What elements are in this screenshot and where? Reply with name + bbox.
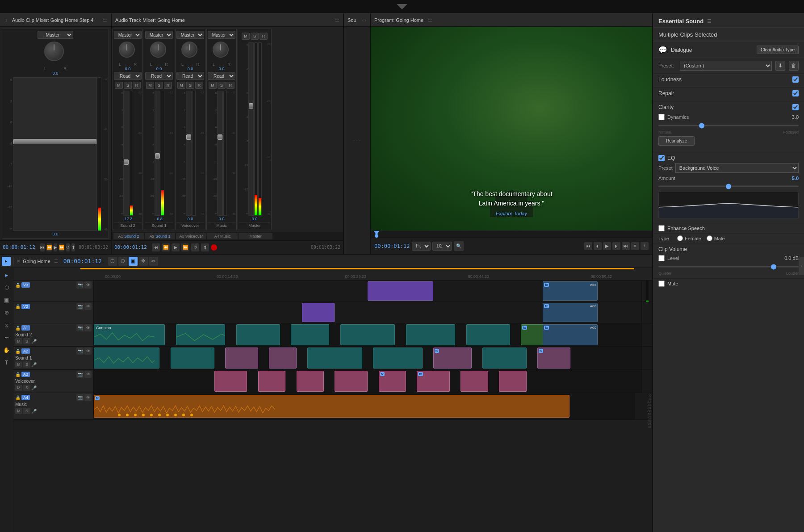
source-prev-arrow[interactable]: ‹	[362, 17, 364, 23]
a1-clip-5[interactable]	[340, 324, 395, 345]
a4-track-m[interactable]: M	[15, 408, 22, 414]
a4-s-btn[interactable]: S	[218, 82, 226, 89]
a2-s-btn[interactable]: S	[155, 82, 163, 89]
a4-master-select[interactable]: Master	[208, 31, 235, 39]
a2-lock[interactable]: 🔒	[15, 349, 21, 354]
a1-m-btn[interactable]: M	[115, 82, 123, 89]
a3-track-m[interactable]: M	[15, 385, 22, 391]
track-skip-back[interactable]: ⏮	[152, 243, 160, 251]
prog-step-back[interactable]: ⏴	[594, 242, 602, 250]
a4-track-cam[interactable]: 📷	[76, 394, 84, 401]
expand-arrow[interactable]: ›	[4, 15, 9, 25]
transport-step-back[interactable]: ⏪	[46, 243, 52, 251]
a4-lock[interactable]: 🔒	[15, 395, 21, 400]
a3-track-s[interactable]: S	[23, 385, 30, 391]
right-edge-arrow[interactable]: ›	[799, 257, 804, 275]
video-cta[interactable]: Explore Today	[470, 210, 552, 218]
loudness-checkbox[interactable]	[792, 76, 799, 83]
transport-step-fwd[interactable]: ⏩	[59, 243, 64, 251]
clear-audio-type-btn[interactable]: Clear Audio Type	[757, 46, 799, 54]
male-radio[interactable]	[707, 235, 712, 241]
a1-track-cam[interactable]: 📷	[76, 324, 84, 331]
a2-clip-5[interactable]	[482, 348, 526, 369]
a2-clip-pink3[interactable]: fx	[433, 348, 472, 369]
transport-skip-back[interactable]: ⏮	[40, 243, 45, 251]
a3-clip-3[interactable]	[297, 371, 324, 392]
es-preset-delete[interactable]: 🗑	[789, 61, 799, 71]
master-fader[interactable]	[248, 42, 254, 216]
es-preset-select[interactable]: (Custom)	[680, 61, 772, 71]
v3-content[interactable]: fx Ado	[94, 281, 641, 302]
prog-skip-fwd[interactable]: ⏭	[622, 242, 630, 250]
vt-select[interactable]: ▣	[1, 295, 12, 306]
a1-lock[interactable]: 🔒	[15, 326, 21, 331]
level-checkbox[interactable]	[658, 255, 665, 261]
scale-select[interactable]: 1/2	[432, 242, 452, 251]
es-preset-download[interactable]: ⬇	[775, 61, 785, 71]
v3-eye[interactable]: 👁	[84, 281, 92, 289]
v3-camera[interactable]: 📷	[76, 281, 84, 289]
reanalyze-btn[interactable]: Reanalyze	[658, 136, 695, 146]
a2-clip-2[interactable]	[171, 348, 214, 369]
a2-fader[interactable]	[155, 91, 160, 216]
a2-track-s[interactable]: S	[23, 361, 30, 368]
a1-track-s[interactable]: S	[23, 338, 30, 344]
tl-track-select[interactable]: ▣	[129, 257, 138, 266]
vt-edit[interactable]: ⬡	[1, 282, 12, 293]
prog-more[interactable]: »	[631, 242, 639, 250]
a1-track-m[interactable]: M	[15, 338, 22, 344]
a4-track-eye[interactable]: 👁	[84, 394, 92, 401]
a3-clip-5[interactable]: fx	[379, 371, 406, 392]
a3-r-btn[interactable]: R	[195, 82, 203, 89]
a3-clip-4[interactable]	[335, 371, 368, 392]
dynamics-checkbox[interactable]	[658, 114, 665, 120]
tl-warp[interactable]: ✥	[139, 257, 148, 266]
a3-clip-8[interactable]	[499, 371, 526, 392]
a4-track-s[interactable]: S	[23, 408, 30, 414]
a1-clip-fx[interactable]: fx A00	[543, 324, 598, 345]
clarity-checkbox[interactable]	[792, 104, 799, 110]
a2-track-m[interactable]: M	[15, 361, 22, 368]
a1-clip-2[interactable]	[176, 324, 225, 345]
program-monitor-menu[interactable]: ☰	[428, 17, 432, 23]
vt-type[interactable]: T	[1, 357, 12, 368]
a1-track-mic[interactable]: 🎤	[31, 339, 37, 344]
a2-clip-pink[interactable]	[225, 348, 258, 369]
a3-track-eye[interactable]: 👁	[84, 371, 92, 378]
v3-clip-fx1[interactable]: fx Ado	[543, 281, 598, 301]
vt-hand[interactable]: ✋	[1, 345, 12, 356]
eq-preset-select[interactable]: Background Voice	[675, 163, 799, 173]
a1-clip-4[interactable]	[291, 324, 329, 345]
a1-track-eye[interactable]: 👁	[84, 324, 92, 331]
a2-read-select[interactable]: Read	[145, 72, 173, 80]
female-radio[interactable]	[677, 235, 683, 241]
a2-knob[interactable]	[150, 42, 168, 59]
a1-fader[interactable]	[123, 91, 129, 216]
tl-ripple-tool[interactable]: ⬡	[108, 257, 117, 266]
a1-content[interactable]: Constan	[94, 323, 641, 346]
clip-knob[interactable]	[44, 42, 67, 64]
a2-r-btn[interactable]: R	[164, 82, 172, 89]
a1-knob[interactable]	[119, 42, 137, 59]
a3-content[interactable]: fx fx	[94, 370, 641, 393]
tl-razor[interactable]: ✂	[149, 257, 158, 266]
timeline-close-btn[interactable]: ✕	[17, 259, 20, 264]
a3-master-select[interactable]: Master	[176, 31, 204, 39]
tl-selection-tool[interactable]: ▸	[2, 257, 11, 266]
a1-read-select[interactable]: Read	[114, 72, 142, 80]
a3-knob[interactable]	[181, 42, 199, 59]
a2-clip-1[interactable]	[94, 348, 159, 369]
master-m-btn[interactable]: M	[242, 33, 250, 40]
a3-read-select[interactable]: Read	[176, 72, 204, 80]
a2-clip-3[interactable]	[307, 348, 362, 369]
v3-lock[interactable]: 🔒	[15, 283, 21, 288]
vt-pen[interactable]: ✒	[1, 332, 12, 343]
es-menu-icon[interactable]: ☰	[707, 18, 712, 24]
eq-amount-slider[interactable]	[658, 186, 799, 187]
a1-clip-6[interactable]	[406, 324, 455, 345]
a4-content[interactable]: fx	[94, 393, 634, 419]
v2-content[interactable]: fx A00	[94, 302, 641, 323]
a4-track-mic[interactable]: 🎤	[31, 409, 37, 414]
a3-clip-7[interactable]	[461, 371, 488, 392]
track-step-fwd[interactable]: ⏩	[181, 243, 189, 251]
